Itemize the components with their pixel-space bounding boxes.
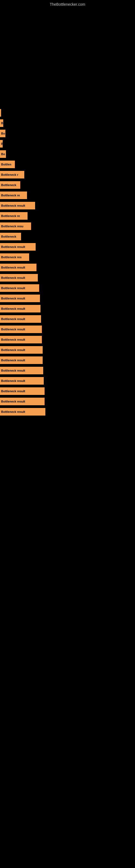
bars-container: BBoBBoBottlenBottleneck rBottleneckBottl…: [0, 108, 135, 418]
bottleneck-bar: Bottleneck result: [0, 315, 41, 323]
bottleneck-bar: Bottleneck result: [0, 377, 44, 384]
bar-row: B: [0, 119, 135, 127]
bar-row: Bottleneck resu: [0, 222, 135, 230]
bar-row: Bottleneck result: [0, 263, 135, 272]
bar-label: Bottleneck resu: [1, 225, 24, 228]
bar-row: Bottleneck: [0, 232, 135, 241]
bar-row: Bottleneck res: [0, 253, 135, 261]
bottleneck-bar: Bottleneck result: [0, 356, 43, 364]
bar-label: Bottleneck result: [1, 400, 25, 403]
bar-label: Bottleneck result: [1, 338, 25, 341]
bottleneck-bar: Bottleneck result: [0, 367, 43, 374]
bar-label: Bottleneck result: [1, 297, 25, 300]
bottleneck-bar: Bottleneck result: [0, 388, 45, 395]
bar-label: Bottleneck result: [1, 307, 25, 310]
bar-row: Bo: [0, 150, 135, 158]
bottleneck-bar: Bottleneck r: [0, 171, 24, 179]
bar-row: Bottleneck result: [0, 315, 135, 323]
bottleneck-bar: Bottleneck result: [0, 336, 42, 343]
bar-label: B: [1, 142, 3, 145]
bottleneck-bar: Bottleneck res: [0, 253, 29, 261]
bar-label: Bottleneck r: [1, 173, 18, 176]
bottleneck-bar: Bottleneck result: [0, 305, 41, 312]
bottleneck-bar: B: [0, 119, 3, 127]
bar-row: Bottleneck result: [0, 366, 135, 375]
bar-row: Bottleneck result: [0, 294, 135, 303]
bar-row: Bottleneck result: [0, 284, 135, 292]
bottleneck-bar: Bottleneck: [0, 233, 21, 240]
bar-row: Bottleneck result: [0, 397, 135, 406]
bottleneck-bar: Bottleneck re: [0, 212, 28, 220]
bar-label: Bottleneck result: [1, 328, 25, 331]
bar-row: Bottleneck result: [0, 273, 135, 282]
bar-row: Bottleneck result: [0, 335, 135, 344]
bar-row: Bottleneck: [0, 181, 135, 189]
bottleneck-bar: Bottleneck result: [0, 202, 35, 209]
bottleneck-bar: Bottleneck result: [0, 398, 45, 405]
bottleneck-bar: Bottleneck: [0, 181, 20, 189]
bottleneck-bar: Bottleneck result: [0, 274, 38, 282]
bar-row: Bottleneck result: [0, 325, 135, 334]
bar-row: Bottleneck r: [0, 170, 135, 179]
bar-row: Bottleneck result: [0, 407, 135, 416]
bar-label: Bottleneck result: [1, 410, 25, 413]
bar-label: Bottleneck re: [1, 214, 20, 218]
bar-row: Bottleneck result: [0, 346, 135, 354]
bar-label: Bottleneck re: [1, 194, 20, 197]
bottleneck-bar: Bottlen: [0, 161, 15, 168]
bar-row: [0, 108, 135, 117]
bar-label: Bo: [1, 152, 5, 156]
bar-row: Bottleneck result: [0, 387, 135, 396]
bottleneck-bar: Bottleneck result: [0, 264, 37, 271]
site-title: TheBottlenecker.com: [50, 2, 85, 6]
bar-label: Bo: [1, 132, 5, 135]
bar-row: Bottleneck result: [0, 201, 135, 210]
bar-label: Bottleneck result: [1, 379, 25, 382]
bar-label: Bottleneck: [1, 183, 16, 187]
bar-row: Bottleneck result: [0, 304, 135, 313]
bar-row: Bottleneck result: [0, 243, 135, 251]
bottleneck-bar: Bottleneck result: [0, 346, 43, 354]
bottleneck-bar: [0, 109, 1, 117]
bar-label: Bottleneck result: [1, 317, 25, 321]
bar-row: Bottlen: [0, 160, 135, 169]
bottleneck-bar: Bo: [0, 150, 6, 158]
bar-label: Bottleneck res: [1, 255, 21, 259]
bottleneck-bar: Bottleneck result: [0, 243, 36, 251]
bottleneck-bar: Bottleneck result: [0, 294, 40, 302]
bottleneck-bar: Bottleneck re: [0, 191, 27, 199]
bar-label: Bottleneck result: [1, 390, 25, 393]
bar-label: Bottleneck result: [1, 245, 25, 248]
bar-label: Bottleneck result: [1, 286, 25, 290]
bottleneck-bar: B: [0, 140, 3, 148]
bar-label: Bottleneck: [1, 235, 16, 238]
bar-row: Bottleneck result: [0, 356, 135, 365]
bar-label: B: [1, 122, 3, 125]
bar-label: Bottleneck result: [1, 348, 25, 351]
bar-row: Bottleneck re: [0, 191, 135, 199]
bar-label: Bottleneck result: [1, 276, 25, 279]
bottleneck-bar: Bottleneck result: [0, 284, 39, 292]
bar-row: Bo: [0, 129, 135, 138]
bar-row: Bottleneck re: [0, 212, 135, 220]
bar-label: Bottleneck result: [1, 266, 25, 269]
bar-label: Bottlen: [1, 163, 11, 166]
bottleneck-bar: Bottleneck result: [0, 408, 45, 415]
bar-label: Bottleneck result: [1, 369, 25, 372]
bar-row: Bottleneck result: [0, 376, 135, 385]
bottleneck-bar: Bottleneck resu: [0, 222, 31, 230]
bar-label: Bottleneck result: [1, 359, 25, 362]
bottleneck-bar: Bo: [0, 130, 5, 137]
bar-row: B: [0, 140, 135, 148]
bottleneck-bar: Bottleneck result: [0, 326, 42, 333]
bar-label: Bottleneck result: [1, 204, 25, 207]
